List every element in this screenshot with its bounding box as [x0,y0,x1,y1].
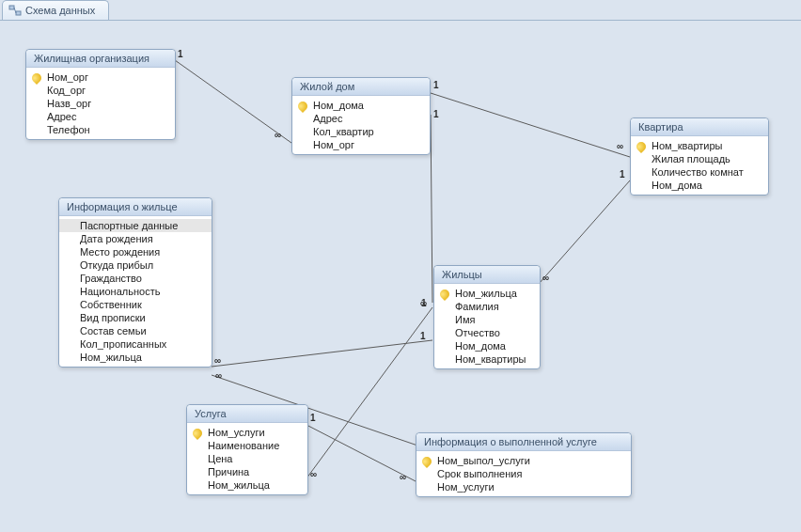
field[interactable]: Телефон [26,123,175,136]
field[interactable]: Ном_квартиры [434,352,540,366]
entity-resident-info[interactable]: Информация о жильце Паспортные данные Да… [58,197,212,368]
entity-title: Услуга [187,405,307,423]
card-one: 1 [310,413,316,423]
field[interactable]: Срок выполнения [416,467,631,480]
field[interactable]: Ном_жильца [434,287,540,300]
svg-line-4 [431,93,630,157]
field[interactable]: Ном_услуги [416,480,631,493]
field[interactable]: Фамилия [434,300,540,313]
card-one: 1 [620,169,625,180]
entity-fields: Ном_жильца Фамилия Имя Отчество Ном_дома… [434,284,540,368]
field[interactable]: Ном_услуги [187,426,307,439]
entity-title: Информация о жильце [59,198,212,216]
tab-label: Схема данных [25,1,95,20]
field[interactable]: Кол_прописанных [59,337,212,351]
card-one: 1 [433,109,439,119]
svg-line-5 [431,115,432,303]
field[interactable]: Откуда прибыл [59,258,212,272]
entity-residents[interactable]: Жильцы Ном_жильца Фамилия Имя Отчество Н… [433,265,541,369]
field[interactable]: Адрес [26,110,175,123]
field[interactable]: Ном_дома [434,339,540,352]
field[interactable]: Ном_жильца [187,478,307,492]
entity-fields: Ном_орг Код_орг Назв_орг Адрес Телефон [26,68,175,139]
canvas[interactable]: 1 ∞ 1 ∞ 1 ∞ 1 ∞ 1 ∞ ∞ 1 1 ∞ 1 ∞ Жилищная… [0,20,801,532]
svg-rect-0 [9,6,14,9]
field[interactable]: Состав семьи [59,324,212,337]
field[interactable]: Имя [434,313,540,326]
card-many: ∞ [310,469,317,479]
card-many: ∞ [542,273,549,283]
entity-apartment[interactable]: Квартира Ном_квартиры Жилая площадь Коли… [630,117,769,196]
entity-fields: Ном_дома Адрес Кол_квартир Ном_орг [292,96,430,154]
field[interactable]: Ном_дома [292,99,430,112]
card-many: ∞ [400,472,406,482]
card-one: 1 [433,80,439,90]
tab-bar: Схема данных [0,0,801,21]
entity-fields: Ном_квартиры Жилая площадь Количество ко… [631,136,768,195]
entity-title: Жилищная организация [26,50,175,68]
entity-fields: Паспортные данные Дата рождения Место ро… [59,216,212,367]
field[interactable]: Ном_квартиры [631,139,768,152]
svg-line-6 [539,180,630,284]
field[interactable]: Ном_дома [631,179,768,192]
card-one: 1 [178,49,183,59]
entity-title: Квартира [631,118,768,136]
svg-rect-1 [16,11,21,15]
card-many: ∞ [275,130,281,140]
field[interactable]: Цена [187,452,307,465]
field[interactable]: Ном_орг [26,70,175,84]
entity-title: Жилой дом [292,78,430,96]
entity-title: Информация о выполненной услуге [416,433,631,451]
card-many: ∞ [617,141,623,151]
field[interactable]: Гражданство [59,272,212,285]
svg-line-2 [14,8,16,13]
field[interactable]: Собственник [59,298,212,311]
card-one: 1 [421,298,427,308]
field[interactable]: Код_орг [26,84,175,97]
field[interactable]: Вид прописки [59,311,212,324]
field[interactable]: Дата рождения [59,232,212,245]
card-one: 1 [420,331,426,341]
field[interactable]: Количество комнат [631,165,768,179]
entity-service[interactable]: Услуга Ном_услуги Наименование Цена Прич… [186,404,308,495]
entity-housing-org[interactable]: Жилищная организация Ном_орг Код_орг Наз… [25,49,176,140]
entity-title: Жильцы [434,266,540,284]
entity-house[interactable]: Жилой дом Ном_дома Адрес Кол_квартир Ном… [291,77,431,155]
entity-fields: Ном_услуги Наименование Цена Причина Ном… [187,423,307,494]
svg-line-9 [306,307,432,478]
entity-service-info[interactable]: Информация о выполненной услуге Ном_выпо… [416,432,632,497]
field[interactable]: Отчество [434,326,540,339]
entity-fields: Ном_выпол_услуги Срок выполнения Ном_усл… [416,451,631,496]
field[interactable]: Национальность [59,285,212,298]
card-many: ∞ [214,355,221,366]
field[interactable]: Кол_квартир [292,125,430,138]
field[interactable]: Назв_орг [26,97,175,110]
field[interactable]: Адрес [292,112,430,125]
field[interactable]: Наименование [187,439,307,452]
workspace: Схема данных 1 ∞ 1 ∞ 1 ∞ 1 ∞ 1 ∞ ∞ [0,0,801,532]
field[interactable]: Жилая площадь [631,152,768,165]
field[interactable]: Причина [187,465,307,478]
svg-line-7 [212,340,432,367]
card-many: ∞ [215,370,222,381]
field[interactable]: Ном_выпол_услуги [416,454,631,467]
relationships-icon [8,4,22,17]
tab-schema[interactable]: Схема данных [2,0,109,20]
field[interactable]: Ном_орг [292,138,430,151]
field[interactable]: Паспортные данные [59,219,212,232]
field[interactable]: Ном_жильца [59,351,212,364]
field[interactable]: Место рождения [59,245,212,258]
